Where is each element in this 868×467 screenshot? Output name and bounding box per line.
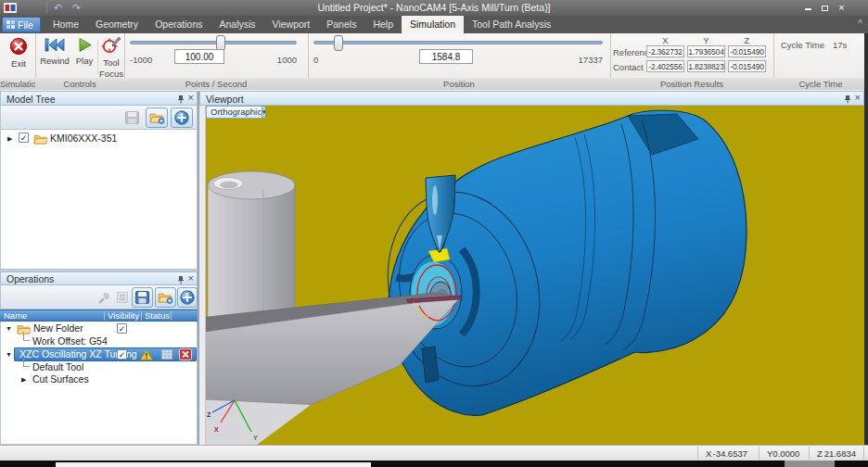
group-label-cycle-time: Cycle Time — [773, 78, 868, 90]
close-button[interactable]: × — [834, 2, 849, 14]
view-mode-label: Orthographic — [207, 107, 262, 118]
save-icon — [125, 111, 139, 124]
operation-row-work-offset[interactable]: Work Offset: G54 — [1, 335, 198, 347]
rewind-button[interactable]: Rewind — [39, 37, 70, 66]
results-col-x: X — [646, 35, 684, 45]
open-folder-button[interactable] — [155, 287, 176, 308]
view-mode-dropdown[interactable]: Orthographic ▾ — [206, 106, 263, 119]
points-per-second-slider[interactable] — [130, 41, 297, 44]
play-button[interactable]: Play — [73, 37, 96, 66]
ribbon-collapse-chevron-icon[interactable]: ^ — [858, 19, 862, 29]
tab-panels[interactable]: Panels — [318, 16, 364, 33]
model-tree-toolbar — [0, 106, 198, 130]
position-min-label: 0 — [313, 55, 318, 65]
wrench-icon — [96, 292, 109, 304]
expand-arrow-icon[interactable]: ▶ — [7, 135, 12, 143]
operation-settings-button[interactable] — [93, 287, 113, 308]
position-max-label: 17337 — [566, 55, 603, 65]
tool-focus-button[interactable]: Tool Focus — [99, 35, 123, 79]
contact-y-field[interactable]: 1.8238823 — [687, 60, 725, 72]
status-y-value: 0.0000 — [772, 448, 799, 459]
contact-z-field[interactable]: -0.015490 — [728, 60, 766, 72]
close-panel-icon[interactable]: × — [188, 272, 194, 284]
model-tree-root-row[interactable]: ▶ ✓ KMI06XXX-351 — [1, 132, 198, 145]
tool-focus-label-line1: Tool — [99, 57, 123, 68]
tab-operations[interactable]: Operations — [147, 16, 211, 33]
tab-help[interactable]: Help — [364, 16, 402, 33]
close-panel-icon[interactable]: × — [855, 92, 861, 103]
points-per-second-input[interactable] — [174, 49, 224, 64]
viewport-3d-canvas[interactable]: Z X Y — [206, 106, 864, 445]
model-tree-root-label: KMI06XXX-351 — [50, 133, 117, 144]
axis-x-label: X — [214, 426, 219, 433]
tab-home[interactable]: Home — [45, 16, 87, 33]
window-title: Untitled Project* - NanoCAM4 [5-Axis Mil… — [0, 2, 868, 13]
points-max-label: 1000 — [264, 55, 297, 65]
minimize-button[interactable] — [800, 2, 816, 14]
operations-toolbar — [0, 285, 198, 309]
operation-row-cut-surfaces[interactable]: ▶ Cut Surfaces — [1, 373, 198, 385]
collapse-arrow-icon[interactable]: ▼ — [6, 325, 12, 332]
expand-arrow-icon[interactable]: ▶ — [21, 376, 26, 384]
group-label-simulation: Simulation — [0, 78, 35, 90]
file-menu-button[interactable]: File — [2, 17, 41, 32]
taskbar-window[interactable] — [56, 462, 371, 467]
add-item-button[interactable] — [171, 107, 193, 128]
visibility-checkbox[interactable]: ✓ — [117, 323, 127, 334]
cycle-time-text: Cycle Time — [781, 40, 824, 50]
tab-simulation[interactable]: Simulation — [402, 16, 464, 33]
position-slider-handle[interactable] — [334, 35, 343, 51]
operations-grid-header: Name Visibility Status — [0, 309, 198, 322]
tab-analysis[interactable]: Analysis — [211, 16, 264, 33]
operation-row-xzc-turning[interactable]: ▼ XZC Oscillating XZ Turning ✓ — [1, 347, 198, 361]
column-name[interactable]: Name — [4, 310, 27, 322]
group-label-position: Position — [308, 78, 610, 90]
viewport-scene: Z X Y — [206, 106, 864, 445]
save-operations-button[interactable] — [132, 287, 153, 308]
operations-panel-header: Operations × — [0, 271, 198, 285]
contact-x-field[interactable]: -2.402556 — [646, 60, 684, 72]
title-bar: ↶ ↷ Untitled Project* - NanoCAM4 [5-Axis… — [0, 0, 868, 16]
collapse-arrow-icon[interactable]: ▼ — [6, 351, 12, 358]
pin-icon[interactable] — [844, 95, 851, 104]
delete-operation-icon[interactable] — [179, 348, 192, 360]
tab-viewport[interactable]: Viewport — [264, 16, 319, 33]
open-folder-icon — [158, 291, 173, 304]
tab-geometry[interactable]: Geometry — [87, 16, 147, 33]
operation-row-new-folder[interactable]: ▼ New Folder ✓ — [1, 322, 198, 335]
row-label: Default Tool — [32, 361, 83, 372]
visibility-checkbox[interactable]: ✓ — [117, 349, 127, 360]
pin-icon[interactable] — [177, 95, 185, 104]
position-input[interactable] — [419, 49, 473, 64]
taskbar-item[interactable] — [785, 461, 835, 467]
status-z-readout: Z21.6834 — [809, 447, 864, 460]
rewind-label: Rewind — [39, 56, 70, 66]
open-folder-button[interactable] — [146, 107, 168, 128]
chevron-down-icon[interactable]: ▾ — [262, 107, 266, 118]
grid-icon[interactable] — [161, 349, 172, 360]
position-slider[interactable] — [313, 41, 603, 44]
restore-button[interactable] — [817, 2, 833, 14]
operation-list-button[interactable] — [113, 287, 132, 308]
column-status[interactable]: Status — [145, 310, 170, 322]
status-x-value: -34.6537 — [712, 448, 747, 459]
operation-row-default-tool[interactable]: Default Tool — [1, 361, 198, 373]
group-label-controls: Controls — [35, 78, 124, 90]
save-tree-button[interactable] — [121, 107, 143, 128]
reference-x-field[interactable]: -2.362732 — [646, 45, 684, 57]
reference-y-field[interactable]: 1.7936504 — [687, 45, 725, 57]
save-icon — [135, 291, 149, 304]
column-visibility[interactable]: Visibility — [108, 310, 139, 322]
axis-z-label: Z — [207, 411, 211, 418]
exit-button[interactable]: Exit — [4, 37, 33, 69]
tree-branch-line — [23, 359, 30, 367]
add-operation-button[interactable] — [177, 287, 198, 308]
play-label: Play — [73, 56, 96, 66]
pin-icon[interactable] — [177, 275, 185, 284]
folder-icon — [33, 133, 47, 145]
reference-z-field[interactable]: -0.015490 — [728, 45, 766, 57]
close-panel-icon[interactable]: × — [188, 92, 194, 103]
tab-tool-path-analysis[interactable]: Tool Path Analysis — [464, 16, 559, 33]
model-tree-root-checkbox[interactable]: ✓ — [19, 133, 29, 143]
warning-icon[interactable] — [140, 349, 153, 360]
